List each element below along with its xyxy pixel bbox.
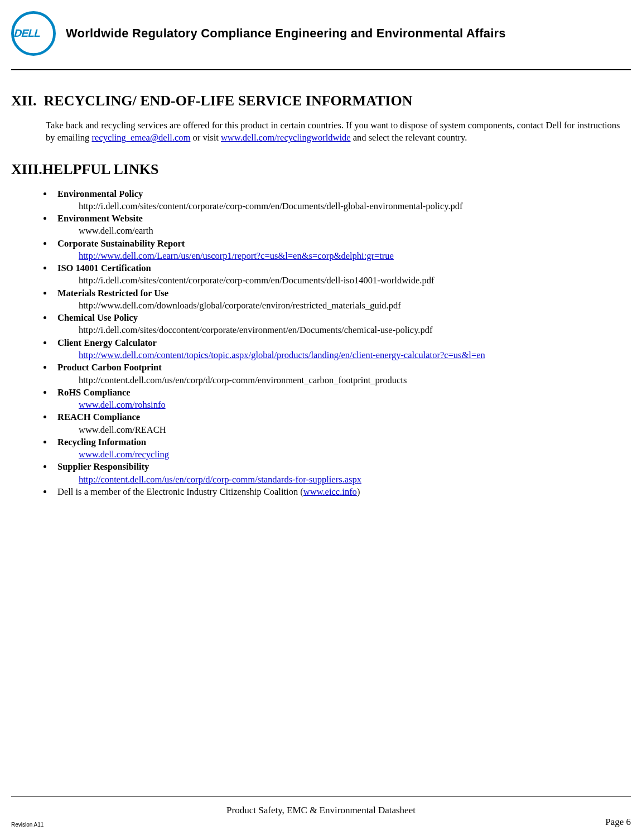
link-item-url: www.dell.com/REACH [79, 424, 631, 436]
link-item-label: Supplier Responsibility [57, 461, 631, 473]
page-footer: Product Safety, EMC & Environmental Data… [11, 796, 631, 828]
para-text-mid: or visit [190, 132, 221, 143]
link-item-anchor[interactable]: www.dell.com/rohsinfo [79, 399, 166, 410]
dell-logo-icon: DELL [11, 11, 56, 56]
section-12-title: RECYCLING/ END-OF-LIFE SERVICE INFORMATI… [44, 93, 413, 109]
section-13-number: XIII. [11, 161, 42, 178]
para-text-post: and select the relevant country. [351, 132, 467, 143]
link-item-url: http://i.dell.com/sites/content/corporat… [79, 274, 631, 287]
link-item-label: Corporate Sustainability Report [57, 238, 631, 250]
footer-divider [11, 796, 631, 796]
link-item-anchor[interactable]: http://content.dell.com/us/en/corp/d/cor… [79, 474, 361, 485]
header-divider [11, 69, 631, 70]
list-item: ISO 14001 Certificationhttp://i.dell.com… [53, 262, 631, 287]
link-item-label: Recycling Information [57, 436, 631, 448]
section-12-paragraph: Take back and recycling services are off… [46, 119, 625, 144]
section-12-number: XII. [11, 93, 37, 109]
list-item: Product Carbon Footprinthttp://content.d… [53, 361, 631, 387]
helpful-links-list: Environmental Policyhttp://i.dell.com/si… [53, 188, 631, 499]
list-item: Environmental Policyhttp://i.dell.com/si… [53, 188, 631, 213]
link-item-label: RoHS Compliance [57, 387, 631, 399]
link-item-url: www.dell.com/earth [79, 225, 631, 237]
link-item-anchor[interactable]: http://www.dell.com/content/topics/topic… [79, 350, 485, 360]
svg-text:DELL: DELL [13, 27, 43, 40]
list-item: Environment Websitewww.dell.com/earth [53, 213, 631, 238]
section-13-heading: XIII.HELPFUL LINKS [11, 161, 631, 178]
link-item-url: http://www.dell.com/Learn/us/en/uscorp1/… [79, 250, 631, 262]
section-13-title: HELPFUL LINKS [42, 161, 159, 177]
list-item: Chemical Use Policyhttp://i.dell.com/sit… [53, 312, 631, 337]
link-item-label: Environmental Policy [57, 188, 631, 200]
page-container: DELL Worldwide Regulatory Compliance Eng… [0, 0, 642, 498]
link-item-url: http://content.dell.com/us/en/corp/d/cor… [79, 474, 631, 486]
section-12-heading: XII. RECYCLING/ END-OF-LIFE SERVICE INFO… [11, 93, 631, 109]
header-title: Worldwide Regulatory Compliance Engineer… [66, 26, 506, 41]
link-item-label: ISO 14001 Certification [57, 262, 631, 274]
link-item-label: Materials Restricted for Use [57, 287, 631, 300]
link-item-url: www.dell.com/recycling [79, 448, 631, 461]
eicc-link[interactable]: www.eicc.info [303, 486, 357, 497]
recycling-url-link[interactable]: www.dell.com/recyclingworldwide [221, 132, 351, 143]
list-item: Recycling Informationwww.dell.com/recycl… [53, 436, 631, 461]
list-item: Materials Restricted for Usehttp://www.d… [53, 287, 631, 312]
link-item-label: Chemical Use Policy [57, 312, 631, 324]
section-12-body: Take back and recycling services are off… [46, 119, 625, 144]
page-header: DELL Worldwide Regulatory Compliance Eng… [11, 11, 631, 69]
link-item-label: Client Energy Calculator [57, 337, 631, 349]
link-item-url: http://i.dell.com/sites/content/corporat… [79, 200, 631, 213]
link-item-url: http://i.dell.com/sites/doccontent/corpo… [79, 324, 631, 336]
footer-title: Product Safety, EMC & Environmental Data… [226, 805, 416, 816]
list-item: Corporate Sustainability Reporthttp://ww… [53, 238, 631, 263]
footer-page: Page 6 [605, 817, 631, 828]
final-item-post: ) [357, 486, 360, 497]
list-item: Supplier Responsibilityhttp://content.de… [53, 461, 631, 486]
link-item-label: Environment Website [57, 213, 631, 225]
recycling-email-link[interactable]: recycling_emea@dell.com [91, 132, 190, 143]
footer-revision: Revision A11 [11, 822, 44, 828]
link-item-url: http://content.dell.com/us/en/corp/d/cor… [79, 374, 631, 387]
link-item-anchor[interactable]: http://www.dell.com/Learn/us/en/uscorp1/… [79, 250, 394, 261]
link-item-url: http://www.dell.com/content/topics/topic… [79, 349, 631, 361]
list-item: RoHS Compliancewww.dell.com/rohsinfo [53, 387, 631, 412]
list-item: Client Energy Calculatorhttp://www.dell.… [53, 337, 631, 362]
link-item-url: http://www.dell.com/downloads/global/cor… [79, 300, 631, 312]
link-item-label: REACH Compliance [57, 411, 631, 423]
link-item-label: Product Carbon Footprint [57, 361, 631, 374]
link-item-url: www.dell.com/rohsinfo [79, 399, 631, 411]
list-item: Dell is a member of the Electronic Indus… [53, 486, 631, 498]
list-item: REACH Compliancewww.dell.com/REACH [53, 411, 631, 436]
final-item-pre: Dell is a member of the Electronic Indus… [57, 486, 303, 497]
link-item-anchor[interactable]: www.dell.com/recycling [79, 449, 169, 460]
